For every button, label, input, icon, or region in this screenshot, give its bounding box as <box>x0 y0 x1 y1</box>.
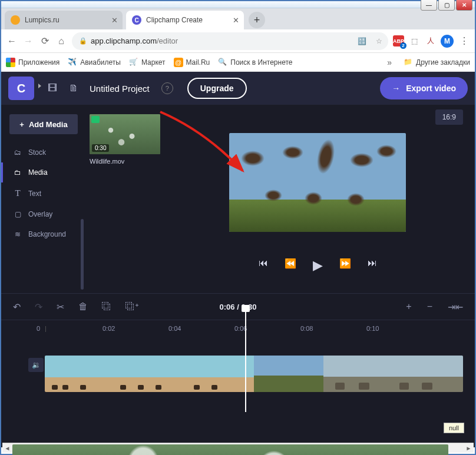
undo-icon[interactable]: ↶ <box>13 301 21 313</box>
timeline-clip[interactable] <box>45 356 463 392</box>
os-titlebar: — ▢ ✕ <box>1 1 475 8</box>
zoom-in-icon[interactable]: + <box>406 301 411 313</box>
sidebar-item-background[interactable]: ≋Background <box>9 224 79 244</box>
sidebar-item-media[interactable]: 🗀Media <box>1 162 79 182</box>
bookmark-apps[interactable]: Приложения <box>6 58 60 67</box>
url-host: app.clipchamp.com <box>91 36 157 45</box>
profile-avatar[interactable]: M <box>441 35 454 48</box>
copy-icon[interactable]: ⿻ <box>102 301 111 312</box>
plus-icon: + <box>19 120 24 129</box>
zoom-out-icon[interactable]: − <box>427 301 432 313</box>
thumbnail-duration: 0:30 <box>92 144 109 152</box>
document-icon[interactable]: 🗎 <box>66 83 81 94</box>
address-bar-row: ← → ⟳ ⌂ 🔒 app.clipchamp.com/editor 🔠 ☆ A… <box>1 29 475 53</box>
close-icon[interactable]: ✕ <box>111 16 118 25</box>
url-path: /editor <box>157 36 178 45</box>
sidebar-item-label: Background <box>28 230 66 238</box>
scrollbar-thumb[interactable] <box>12 444 448 455</box>
back-button[interactable]: ← <box>6 36 18 47</box>
sidebar-item-label: Media <box>28 168 48 177</box>
timeline-playhead[interactable] <box>245 310 246 412</box>
sidebar-item-label: Text <box>28 190 41 198</box>
favicon-lumpics <box>11 15 20 25</box>
lock-icon: 🔒 <box>79 37 87 45</box>
forward-button[interactable]: → <box>22 36 34 47</box>
bookmark-search[interactable]: 🔍Поиск в Интернете <box>218 58 292 67</box>
bookmark-other[interactable]: 📁Другие закладки <box>404 58 470 67</box>
fit-icon[interactable]: ⇥⇤ <box>448 301 463 313</box>
scroll-right-icon[interactable]: ► <box>464 443 474 453</box>
skip-end-icon[interactable]: ⏭ <box>368 258 377 273</box>
rewind-icon[interactable]: ⏪ <box>285 258 296 273</box>
sidebar-item-label: Overlay <box>28 210 52 218</box>
timeline-track-area[interactable]: 🔉 <box>1 337 475 407</box>
bookmark-mailru[interactable]: @Mail.Ru <box>174 58 210 67</box>
aspect-ratio-button[interactable]: 16:9 <box>435 109 463 125</box>
tooltip-null: null <box>444 423 464 433</box>
help-icon[interactable]: ? <box>161 82 173 94</box>
delete-icon[interactable]: 🗑 <box>78 301 88 312</box>
fast-forward-icon[interactable]: ⏩ <box>339 258 351 273</box>
timeline-ruler[interactable]: 0 0:02 0:04 0:06 0:08 0:10 <box>1 320 475 337</box>
split-icon[interactable]: ✂ <box>57 301 64 313</box>
extension-icon[interactable]: ⬚ <box>409 35 420 47</box>
video-library-icon[interactable]: 🎞 <box>45 83 60 94</box>
app-topbar: C 🎞 🗎 Untitled Project ? Upgrade → Expor… <box>1 72 475 105</box>
sidebar-item-stock[interactable]: 🗂Stock <box>9 142 79 162</box>
window-maximize-button[interactable]: ▢ <box>438 0 455 11</box>
bookmark-market[interactable]: 🛒Маркет <box>129 58 166 67</box>
project-title[interactable]: Untitled Project <box>90 84 150 94</box>
window-close-button[interactable]: ✕ <box>456 0 472 11</box>
export-label: Export video <box>406 84 456 93</box>
upgrade-button[interactable]: Upgrade <box>187 78 247 99</box>
duplicate-icon[interactable]: ⿻⁺ <box>125 301 140 312</box>
text-icon: T <box>13 188 22 198</box>
add-media-label: Add Media <box>29 120 68 129</box>
home-button[interactable]: ⌂ <box>55 36 67 47</box>
tab-clipchamp[interactable]: C Clipchamp Create ✕ <box>126 11 244 29</box>
reload-button[interactable]: ⟳ <box>39 35 51 47</box>
sidebar: + Add Media 🗂Stock 🗀Media TText ▢Overlay… <box>1 105 84 293</box>
ruler-tick: 0 <box>37 325 103 332</box>
export-video-button[interactable]: → Export video <box>380 77 468 99</box>
layers-icon: ≋ <box>13 230 22 238</box>
preview-column: 16:9 ⏮ ⏪ ▶ ⏩ ⏭ <box>160 105 475 293</box>
overlay-icon: ▢ <box>13 210 22 218</box>
video-preview[interactable] <box>229 133 406 232</box>
stock-icon: 🗂 <box>13 148 22 157</box>
kebab-menu-icon[interactable]: ⋮ <box>458 35 470 47</box>
bookmark-label: Маркет <box>141 58 166 67</box>
tab-lumpics[interactable]: Lumpics.ru ✕ <box>5 11 123 29</box>
play-icon[interactable]: ▶ <box>313 258 323 273</box>
close-icon[interactable]: ✕ <box>233 16 239 25</box>
sidebar-item-text[interactable]: TText <box>9 182 79 204</box>
search-icon: 🔍 <box>218 58 227 67</box>
extension-pdf-icon[interactable]: 人 <box>425 35 436 47</box>
time-current: 0:06 <box>220 303 235 311</box>
omnibox[interactable]: 🔒 app.clipchamp.com/editor 🔠 ☆ <box>72 32 388 50</box>
skip-start-icon[interactable]: ⏮ <box>259 258 268 273</box>
sidebar-item-overlay[interactable]: ▢Overlay <box>9 204 79 224</box>
bookmark-label: Mail.Ru <box>186 58 210 67</box>
bookmark-avia[interactable]: ✈️Авиабилеты <box>68 58 121 67</box>
ruler-tick: 0:10 <box>366 325 432 332</box>
timeline-toolbar: ↶ ↷ ✂ 🗑 ⿻ ⿻⁺ 0:06 / 0:30 + − ⇥⇤ <box>1 293 475 320</box>
add-media-button[interactable]: + Add Media <box>9 114 78 134</box>
thumbnail-filename: Wildlife.mov <box>90 158 160 165</box>
window-minimize-button[interactable]: — <box>421 0 437 11</box>
new-tab-button[interactable]: + <box>249 12 265 28</box>
track-audio-icon[interactable]: 🔉 <box>28 358 44 372</box>
redo-icon[interactable]: ↷ <box>35 301 42 313</box>
media-thumbnail[interactable]: 0:30 <box>90 114 160 154</box>
translate-icon[interactable]: 🔠 <box>356 35 368 47</box>
ruler-tick: 0:02 <box>103 325 168 332</box>
app-logo-menu[interactable]: C <box>8 77 34 100</box>
bookmark-label: Другие закладки <box>416 58 470 67</box>
bookmark-star-icon[interactable]: ☆ <box>373 35 385 47</box>
abp-extension-icon[interactable]: ABP <box>393 35 404 47</box>
scroll-left-icon[interactable]: ◄ <box>2 443 12 453</box>
folder-icon: 📁 <box>404 58 413 67</box>
sidebar-scrollbar[interactable] <box>81 219 84 290</box>
browser-horizontal-scrollbar[interactable]: ◄ ► <box>2 443 474 453</box>
bookmarks-overflow-icon[interactable]: » <box>384 58 395 67</box>
